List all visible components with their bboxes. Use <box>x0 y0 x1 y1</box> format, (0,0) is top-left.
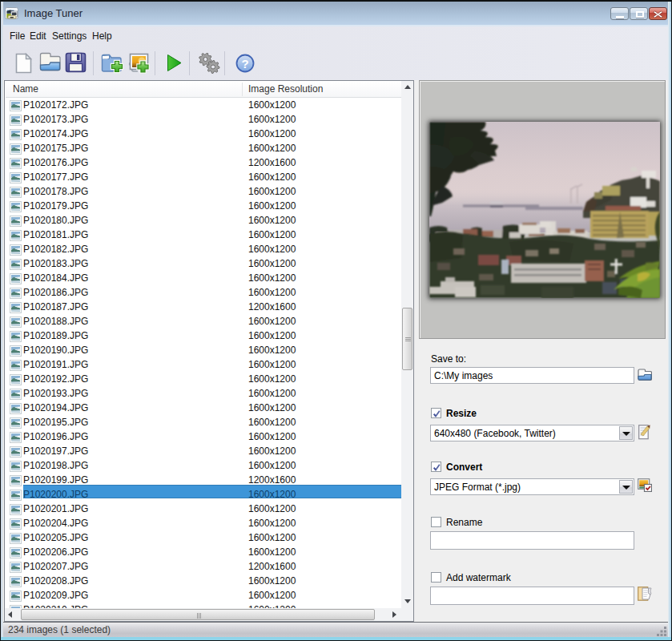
svg-text:?: ? <box>241 57 248 71</box>
